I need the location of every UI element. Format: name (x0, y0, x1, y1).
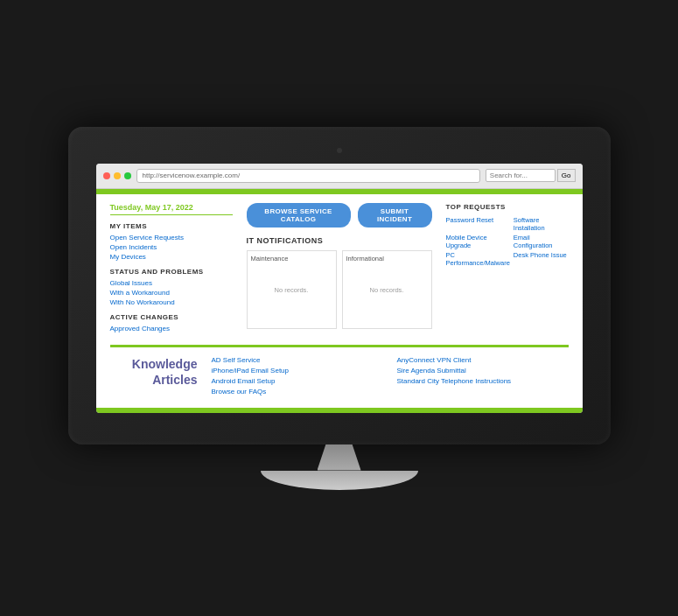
my-items-title: MY ITEMS (110, 222, 233, 230)
center-panel: BROWSE SERVICE CATALOG SUBMIT INCIDENT I… (247, 203, 432, 334)
maintenance-empty: No records. (275, 285, 309, 293)
open-service-requests-link[interactable]: Open Service Requests (110, 234, 233, 242)
maximize-button[interactable] (124, 172, 131, 179)
global-issues-link[interactable]: Global Issues (110, 279, 233, 287)
sire-agenda-link[interactable]: Sire Agenda Submittal (397, 367, 569, 374)
search-area: Go (486, 169, 576, 182)
address-bar[interactable]: http://servicenow.example.com/ (136, 169, 480, 183)
it-notifications-title: IT NOTIFICATIONS (247, 236, 432, 245)
informational-empty: No records. (370, 285, 404, 293)
screen: http://servicenow.example.com/ Go Tuesda… (96, 164, 583, 413)
browse-catalog-button[interactable]: BROWSE SERVICE CATALOG (247, 203, 351, 228)
email-config-link[interactable]: Email Configuration (514, 234, 569, 249)
android-email-link[interactable]: Android Email Setup (212, 377, 383, 385)
iphone-ipad-link[interactable]: iPhone/iPad Email Setup (212, 367, 383, 374)
minimize-button[interactable] (114, 172, 121, 179)
right-panel: TOP REQUESTS Password Reset Software Ins… (446, 203, 569, 334)
software-install-link[interactable]: Software Installation (514, 216, 569, 232)
status-problems-title: STATUS AND PROBLEMS (110, 268, 233, 276)
screen-bezel: http://servicenow.example.com/ Go Tuesda… (68, 127, 611, 444)
no-workaround-link[interactable]: With No Workaround (110, 298, 233, 306)
desk-phone-link[interactable]: Desk Phone Issue (514, 251, 569, 267)
my-devices-link[interactable]: My Devices (110, 253, 233, 261)
bottom-green-stripe (96, 408, 583, 413)
browser-chrome: http://servicenow.example.com/ Go (96, 164, 583, 189)
telephone-instructions-link[interactable]: Standard City Telephone Instructions (397, 377, 569, 385)
knowledge-links: AD Self Service AnyConnect VPN Client iP… (212, 356, 569, 396)
action-buttons: BROWSE SERVICE CATALOG SUBMIT INCIDENT (247, 203, 432, 228)
password-reset-link[interactable]: Password Reset (446, 216, 510, 232)
pc-performance-link[interactable]: PC Performance/Malware (446, 251, 510, 267)
with-workaround-link[interactable]: With a Workaround (110, 289, 233, 297)
maintenance-box: Maintenance No records. (247, 250, 337, 329)
page-content: Tuesday, May 17, 2022 MY ITEMS Open Serv… (96, 194, 583, 408)
traffic-lights (103, 172, 131, 179)
date-header: Tuesday, May 17, 2022 (110, 203, 233, 215)
anyconnect-link[interactable]: AnyConnect VPN Client (397, 356, 569, 364)
left-panel: Tuesday, May 17, 2022 MY ITEMS Open Serv… (110, 203, 233, 334)
bottom-section: Knowledge Articles AD Self Service AnyCo… (110, 345, 569, 396)
informational-label: Informational (346, 255, 428, 262)
search-input[interactable] (486, 169, 556, 182)
top-requests-title: TOP REQUESTS (446, 203, 569, 211)
search-go-button[interactable]: Go (557, 169, 576, 182)
ad-self-service-link[interactable]: AD Self Service (212, 356, 383, 364)
close-button[interactable] (103, 172, 110, 179)
monitor-stand (68, 444, 611, 490)
knowledge-title: Knowledge Articles (110, 356, 198, 388)
mobile-device-link[interactable]: Mobile Device Upgrade (446, 234, 510, 249)
informational-box: Informational No records. (342, 250, 432, 329)
maintenance-label: Maintenance (251, 255, 332, 262)
stand-base (261, 471, 418, 490)
approved-changes-link[interactable]: Approved Changes (110, 325, 233, 332)
top-requests-grid: Password Reset Software Installation Mob… (446, 216, 569, 267)
active-changes-title: ACTIVE CHANGES (110, 313, 233, 321)
notifications-grid: Maintenance No records. Informational No… (247, 250, 432, 329)
submit-incident-button[interactable]: SUBMIT INCIDENT (358, 203, 432, 228)
top-row: Tuesday, May 17, 2022 MY ITEMS Open Serv… (110, 203, 569, 334)
camera-dot (337, 148, 342, 153)
browse-faqs-link[interactable]: Browse our FAQs (212, 388, 383, 396)
monitor: http://servicenow.example.com/ Go Tuesda… (68, 127, 611, 490)
open-incidents-link[interactable]: Open Incidents (110, 243, 233, 251)
address-text: http://servicenow.example.com/ (143, 172, 241, 179)
stand-neck (318, 444, 361, 471)
